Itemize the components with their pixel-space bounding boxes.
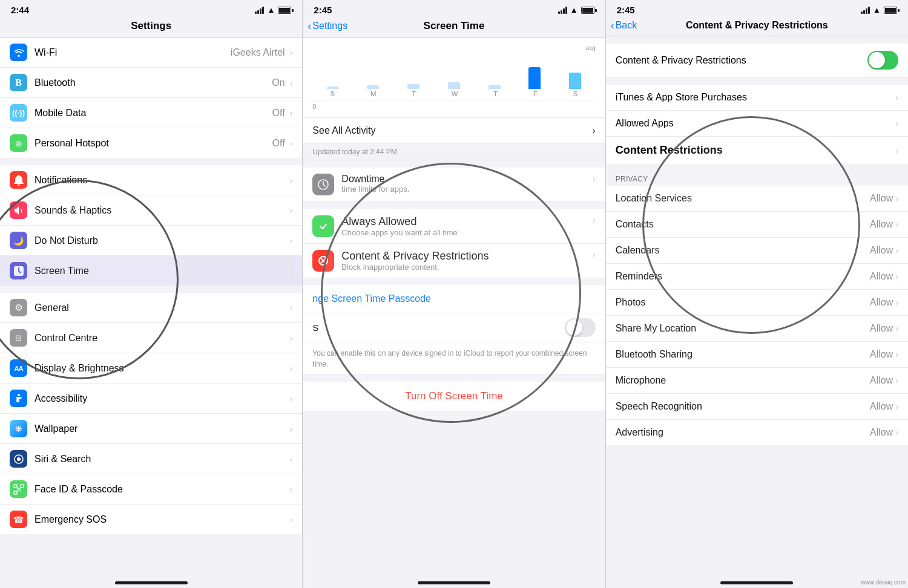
- advertising-label: Advertising: [616, 427, 663, 438]
- cp-toggle-row[interactable]: Content & Privacy Restrictions: [606, 44, 908, 77]
- allowed-apps-label: Allowed Apps: [616, 118, 674, 129]
- bar-s1: [327, 87, 339, 89]
- always-allowed-item[interactable]: Always Allowed Choose apps you want at a…: [303, 209, 605, 244]
- turn-off-row[interactable]: Turn Off Screen Time: [303, 382, 605, 411]
- itunes-item[interactable]: iTunes & App Store Purchases ›: [606, 85, 908, 111]
- wifi-icon-2: ▲: [570, 5, 578, 15]
- home-indicator-2: [418, 581, 490, 584]
- always-allowed-title: Always Allowed: [341, 215, 590, 228]
- mobile-data-item[interactable]: ((·)) Mobile Data Off ›: [0, 98, 302, 128]
- bluetooth-chevron: ›: [290, 78, 293, 88]
- calendars-item[interactable]: Calendars Allow ›: [606, 238, 908, 264]
- microphone-item[interactable]: Microphone Allow ›: [606, 368, 908, 394]
- wallpaper-item[interactable]: ❋ Wallpaper ›: [0, 414, 302, 444]
- accessibility-item[interactable]: Accessibility ›: [0, 384, 302, 414]
- advertising-item[interactable]: Advertising Allow ›: [606, 420, 908, 445]
- home-indicator-1: [115, 581, 188, 584]
- bluetooth-label: Bluetooth: [35, 77, 272, 88]
- emergency-item[interactable]: ☎ Emergency SOS ›: [0, 505, 302, 534]
- speech-recognition-value: Allow: [870, 401, 893, 412]
- status-bar-3: 2:45 ▲: [606, 0, 908, 18]
- cp-header: ‹ Back Content & Privacy Restrictions: [606, 18, 908, 36]
- screen-time-header: ‹ Settings Screen Time: [303, 18, 605, 38]
- wifi-value: iGeeks Airtel: [231, 47, 285, 58]
- general-item[interactable]: ⚙ General ›: [0, 293, 302, 323]
- screen-time-title: Screen Time: [424, 20, 485, 32]
- display-item[interactable]: AA Display & Brightness ›: [0, 353, 302, 384]
- bluetooth-sharing-item[interactable]: Bluetooth Sharing Allow ›: [606, 342, 908, 368]
- dnd-label: Do Not Disturb: [35, 235, 288, 246]
- contacts-item[interactable]: Contacts Allow ›: [606, 212, 908, 238]
- general-chevron: ›: [290, 303, 293, 313]
- chart-area: avg SMTWTFS 0: [303, 38, 605, 118]
- svg-rect-5: [21, 485, 24, 488]
- share-across-label: S: [312, 322, 318, 333]
- advertising-value: Allow: [870, 427, 893, 438]
- wifi-icon-1: ▲: [267, 5, 275, 15]
- control-centre-item[interactable]: ⊟ Control Centre ›: [0, 323, 302, 353]
- photos-item[interactable]: Photos Allow ›: [606, 290, 908, 316]
- notifications-item[interactable]: Notifications ›: [0, 165, 302, 195]
- downtime-title: Downtime: [341, 174, 590, 185]
- status-icons-1: ▲: [255, 5, 291, 15]
- bluetooth-value: On: [272, 77, 285, 88]
- content-restrictions-item[interactable]: Content Restrictions ›: [606, 137, 908, 164]
- notifications-chevron: ›: [290, 175, 293, 185]
- sounds-item[interactable]: Sounds & Haptics ›: [0, 195, 302, 226]
- display-label: Display & Brightness: [35, 363, 288, 374]
- see-all-chevron: ›: [592, 125, 595, 136]
- content-privacy-item[interactable]: Content & Privacy Restrictions Block ina…: [303, 244, 605, 278]
- calendars-right: Allow ›: [870, 245, 898, 256]
- chart-scale-0: 0: [312, 103, 316, 110]
- screen-time-back-btn[interactable]: ‹ Settings: [308, 20, 347, 33]
- battery-icon-3: [884, 7, 897, 14]
- cp-back-btn[interactable]: ‹ Back: [611, 19, 637, 32]
- wifi-item[interactable]: Wi-Fi iGeeks Airtel ›: [0, 38, 302, 68]
- itunes-label: iTunes & App Store Purchases: [616, 92, 747, 103]
- content-privacy-sub: Block inappropriate content.: [341, 263, 590, 272]
- display-chevron: ›: [290, 364, 293, 373]
- screen-time-content: avg SMTWTFS 0: [303, 38, 605, 578]
- hotspot-icon: ⊛: [10, 134, 27, 152]
- control-centre-chevron: ›: [290, 333, 293, 343]
- sounds-label: Sounds & Haptics: [35, 205, 288, 216]
- downtime-sub: time limits for apps.: [341, 185, 590, 194]
- battery-icon-1: [278, 7, 291, 14]
- always-allowed-chevron: ›: [593, 215, 596, 225]
- general-right: ›: [288, 303, 293, 313]
- screen-time-item[interactable]: Screen Time ›: [0, 256, 302, 286]
- screen-time-chevron: ›: [290, 266, 293, 276]
- share-location-item[interactable]: Share My Location Allow ›: [606, 316, 908, 342]
- passcode-link[interactable]: nge Screen Time Passcode: [303, 285, 605, 313]
- hotspot-item[interactable]: ⊛ Personal Hotspot Off ›: [0, 128, 302, 158]
- emergency-label: Emergency SOS: [35, 514, 288, 525]
- accessibility-chevron: ›: [290, 394, 293, 403]
- bar-t1: [407, 84, 419, 89]
- share-toggle[interactable]: [565, 318, 596, 337]
- speech-recognition-item[interactable]: Speech Recognition Allow ›: [606, 394, 908, 420]
- reminders-item[interactable]: Reminders Allow ›: [606, 264, 908, 290]
- siri-item[interactable]: Siri & Search ›: [0, 444, 302, 474]
- back-chevron-2: ‹: [308, 20, 311, 33]
- location-item[interactable]: Location Services Allow ›: [606, 186, 908, 212]
- bluetooth-item[interactable]: B Bluetooth On ›: [0, 68, 302, 98]
- dnd-item[interactable]: 🌙 Do Not Disturb ›: [0, 226, 302, 256]
- screen-time-right: ›: [288, 266, 293, 276]
- notifications-group: Notifications › Sounds & Haptics › 🌙: [0, 165, 302, 286]
- content-privacy-icon: [312, 250, 334, 272]
- wifi-right: iGeeks Airtel ›: [231, 47, 292, 58]
- general-label: General: [35, 302, 288, 313]
- screen-time-label: Screen Time: [35, 266, 288, 276]
- face-id-item[interactable]: Face ID & Passcode ›: [0, 474, 302, 505]
- cp-toggle[interactable]: [867, 51, 898, 70]
- hotspot-chevron: ›: [290, 139, 293, 148]
- sounds-right: ›: [288, 206, 293, 215]
- updated-text: Updated today at 2:44 PM: [312, 148, 396, 156]
- downtime-item[interactable]: Downtime time limits for apps. ›: [303, 168, 605, 202]
- screen1-settings: 2:44 ▲ Settings: [0, 0, 303, 588]
- notifications-icon: [10, 171, 27, 189]
- status-bar-1: 2:44 ▲: [0, 0, 302, 18]
- allowed-apps-item[interactable]: Allowed Apps ›: [606, 111, 908, 137]
- downtime-chevron: ›: [593, 174, 596, 183]
- see-all-row[interactable]: See All Activity ›: [303, 118, 605, 144]
